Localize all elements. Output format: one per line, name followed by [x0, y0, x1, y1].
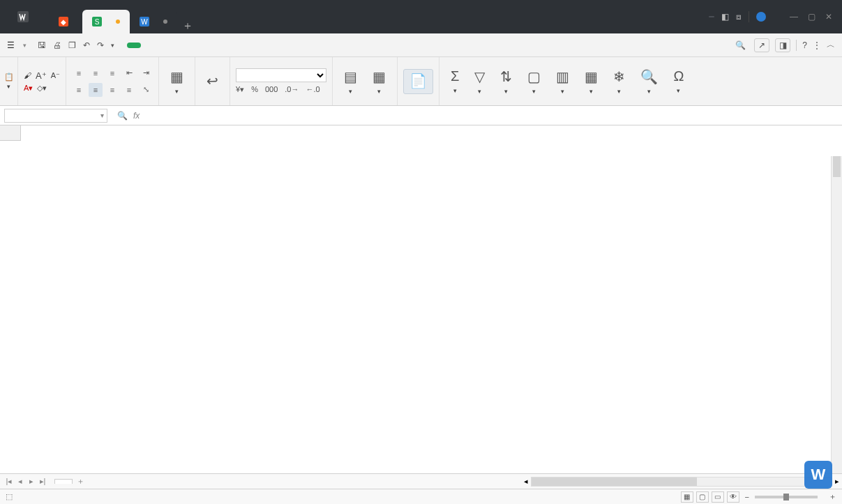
find-button[interactable]: 🔍	[635, 66, 663, 98]
zoom-slider[interactable]	[755, 496, 818, 498]
thousands-icon[interactable]: 000	[265, 85, 278, 94]
sheet-last-icon[interactable]: ▸|	[38, 477, 47, 486]
filter-button[interactable]: ▽	[469, 66, 490, 98]
eye-icon[interactable]: 👁	[727, 491, 739, 503]
wrap-button[interactable]: ↩	[201, 70, 224, 93]
fx-icon[interactable]: fx	[133, 111, 140, 121]
indent-increase-icon[interactable]: ⇥	[139, 66, 153, 80]
increase-decimal-icon[interactable]: .0→	[285, 85, 299, 94]
reading-view-icon[interactable]: ▭	[712, 491, 724, 503]
help-icon[interactable]: ?	[802, 40, 807, 50]
menu-icon[interactable]: ☰	[7, 40, 15, 50]
sheet-prev-icon[interactable]: ◂	[15, 477, 25, 486]
align-middle-icon[interactable]: ≡	[89, 66, 103, 80]
ribbon-tab-developer[interactable]	[239, 41, 253, 49]
paste-icon[interactable]: 📋	[4, 72, 14, 82]
indent-decrease-icon[interactable]: ⇤	[122, 66, 136, 80]
rows-cols-button[interactable]: ▥	[550, 66, 575, 98]
ribbon-tab-security[interactable]	[225, 41, 239, 49]
skin-icon[interactable]: ◧	[721, 12, 729, 22]
cond-format-button[interactable]: ▤	[338, 66, 363, 98]
minimize-icon[interactable]: —	[790, 12, 798, 22]
increase-font-icon[interactable]: A⁺	[36, 70, 47, 81]
row-headers[interactable]	[0, 141, 21, 473]
align-justify-icon[interactable]: ≡	[122, 83, 136, 97]
save-icon[interactable]: 🖫	[38, 40, 46, 50]
share-icon[interactable]: ↗	[754, 38, 769, 52]
close-icon[interactable]: ✕	[825, 12, 832, 22]
sum-button[interactable]: Σ	[445, 66, 465, 97]
sheet-tab[interactable]	[54, 479, 73, 484]
record-macro-icon[interactable]: ⬚	[6, 492, 13, 501]
zoom-in-icon[interactable]: ＋	[829, 491, 836, 502]
panel-icon[interactable]: ◨	[775, 38, 790, 52]
horizontal-scrollbar[interactable]: ◂▸	[521, 477, 842, 487]
align-bottom-icon[interactable]: ≡	[105, 66, 119, 80]
worksheet-button[interactable]: ▦	[579, 66, 603, 98]
collapse-ribbon-icon[interactable]: ︿	[827, 39, 835, 51]
add-sheet-button[interactable]: ＋	[77, 476, 84, 487]
maximize-icon[interactable]: ▢	[808, 12, 815, 22]
ribbon-tab-insert[interactable]	[141, 41, 155, 49]
ribbon-tab-review[interactable]	[197, 41, 211, 49]
undo-icon[interactable]: ↶	[83, 40, 90, 50]
chevron-down-icon[interactable]: ▾	[111, 42, 114, 49]
tab-xlsx-active[interactable]: S	[82, 10, 130, 33]
table-style-button[interactable]: ▦	[367, 66, 391, 98]
more-icon[interactable]: ⋮	[813, 40, 821, 50]
avatar-icon[interactable]	[756, 12, 766, 22]
redo-icon[interactable]: ↷	[97, 40, 104, 50]
freeze-button[interactable]: ❄	[608, 66, 631, 98]
app-button[interactable]	[0, 0, 49, 33]
decrease-decimal-icon[interactable]: ←.0	[306, 85, 319, 94]
ribbon-tab-layout[interactable]	[155, 41, 169, 49]
dirty-indicator-icon	[116, 20, 120, 24]
sheet-next-icon[interactable]: ▸	[27, 477, 36, 486]
sheet-first-icon[interactable]: |◂	[4, 477, 14, 486]
ribbon-tab-view[interactable]	[211, 41, 225, 49]
currency-icon[interactable]: ¥▾	[236, 85, 244, 94]
align-center-icon[interactable]: ≡	[89, 83, 103, 97]
gift-icon[interactable]: ⧈	[736, 12, 742, 22]
align-left-icon[interactable]: ≡	[72, 83, 86, 97]
normal-view-icon[interactable]: ▦	[681, 491, 693, 503]
merge-button[interactable]: ▦	[165, 66, 189, 98]
vertical-scrollbar[interactable]	[831, 156, 842, 473]
fill-color-icon[interactable]: ◇▾	[37, 84, 47, 93]
ribbon-tab-formula[interactable]	[169, 41, 183, 49]
zoom-out-icon[interactable]: −	[745, 493, 749, 501]
chevron-down-icon[interactable]: ▾	[23, 42, 27, 49]
titlebar-right: ◧ ⧈	[702, 0, 787, 33]
decrease-font-icon[interactable]: A⁻	[51, 71, 60, 80]
formula-input[interactable]	[145, 111, 836, 121]
select-all-button[interactable]	[0, 125, 21, 141]
symbol-button[interactable]: Ω	[668, 66, 689, 97]
name-box[interactable]: ▾	[4, 109, 107, 123]
ribbon-tab-start[interactable]	[127, 43, 141, 48]
tab-docx[interactable]: W	[130, 10, 177, 33]
print-preview-icon[interactable]: ❐	[68, 40, 76, 50]
orientation-icon[interactable]: ⤡	[139, 83, 153, 97]
notification-badge[interactable]	[709, 16, 714, 17]
tab-store[interactable]: ◆	[49, 10, 82, 33]
doc-helper-button[interactable]: 📄	[403, 69, 433, 94]
ribbon-tab-data[interactable]	[183, 41, 197, 49]
percent-icon[interactable]: %	[251, 85, 258, 94]
format-painter-icon[interactable]: 🖌	[24, 71, 31, 79]
align-right-icon[interactable]: ≡	[105, 83, 119, 97]
command-search[interactable]: 🔍	[735, 40, 749, 50]
zoom-tool-icon[interactable]: 🔍	[117, 111, 128, 121]
ribbon-tab-featured[interactable]	[253, 41, 266, 49]
window-controls: — ▢ ✕	[787, 0, 842, 33]
ribbon-tab-dochelper[interactable]	[266, 41, 280, 49]
print-icon[interactable]: 🖨	[53, 40, 61, 50]
chevron-down-icon[interactable]: ▾	[100, 112, 104, 119]
chevron-down-icon[interactable]: ▾	[7, 83, 10, 90]
font-color-icon[interactable]: A▾	[24, 84, 33, 93]
number-format-select[interactable]	[236, 68, 326, 82]
add-tab-button[interactable]: ＋	[177, 19, 198, 33]
align-top-icon[interactable]: ≡	[72, 66, 86, 80]
sort-button[interactable]: ⇅	[495, 66, 518, 98]
page-view-icon[interactable]: ▢	[696, 491, 709, 503]
format-button[interactable]: ▢	[522, 66, 546, 98]
